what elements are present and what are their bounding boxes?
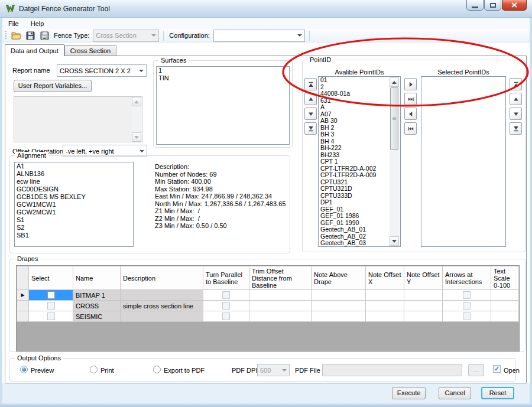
alignment-list-item[interactable]: GCW1MCW1 <box>15 201 133 209</box>
report-name-select[interactable]: CROSS SECTION 2 X 2 <box>57 64 147 77</box>
pointid-list-item[interactable]: Geotech_AB_01 <box>319 226 400 233</box>
row-selector-cell[interactable] <box>17 311 29 322</box>
column-header-trim-offset[interactable]: Trim Offset Distance from Baseline <box>249 266 312 290</box>
maximize-button[interactable] <box>484 0 501 11</box>
note-offset-y-cell[interactable] <box>404 301 443 311</box>
select-cell[interactable] <box>29 301 73 311</box>
alignment-list-item[interactable]: A1 <box>15 162 133 170</box>
pointid-list-item[interactable]: 01 <box>319 77 400 84</box>
alignment-list-item[interactable]: S2 <box>15 224 133 232</box>
pointid-list-item[interactable]: CPTU321D <box>319 185 400 193</box>
note-above-cell[interactable] <box>312 301 366 311</box>
selected-move-bottom-button[interactable] <box>510 122 522 135</box>
selected-move-top-button[interactable] <box>510 78 522 90</box>
pointid-list-item[interactable]: 44008-01a <box>319 90 400 97</box>
scroll-up-button[interactable] <box>390 77 399 87</box>
text-scale-cell[interactable] <box>491 311 519 322</box>
name-cell[interactable]: BITMAP 1 <box>73 290 121 301</box>
minimize-button[interactable] <box>466 0 484 11</box>
pointid-list-item[interactable]: Geotech_AB_03 <box>319 240 400 247</box>
preview-label[interactable]: Preview <box>31 367 54 374</box>
select-checkbox[interactable] <box>47 302 55 310</box>
pointid-list-item[interactable]: BH-222 <box>319 145 400 152</box>
column-header-note-x[interactable]: Note Offset X <box>366 266 404 290</box>
description-cell[interactable] <box>121 290 203 301</box>
configuration-select[interactable] <box>213 30 305 42</box>
trim-offset-cell[interactable] <box>249 301 312 311</box>
alignment-list-item[interactable]: GCW2MCW1 <box>15 209 133 216</box>
note-offset-y-cell[interactable] <box>404 290 443 301</box>
select-cell[interactable] <box>29 311 73 322</box>
note-offset-y-cell[interactable] <box>404 311 443 322</box>
note-offset-x-cell[interactable] <box>366 290 404 301</box>
trim-offset-cell[interactable] <box>249 311 312 322</box>
pointid-list-item[interactable]: AB 30 <box>319 118 400 125</box>
print-radio[interactable] <box>90 366 98 373</box>
pointid-list-item[interactable]: DP1 <box>319 199 400 206</box>
alignment-list-item[interactable]: SB1 <box>15 232 133 239</box>
pointid-list-item[interactable]: 631 <box>319 97 400 105</box>
description-cell[interactable] <box>121 311 203 322</box>
alignment-list-item[interactable]: ALNB136 <box>15 170 133 178</box>
available-move-top-button[interactable] <box>304 78 317 90</box>
cancel-button[interactable]: Cancel <box>439 387 471 399</box>
row-selector-cell[interactable] <box>17 301 29 311</box>
scroll-thumb[interactable] <box>390 87 398 150</box>
execute-button[interactable]: Execute <box>392 387 426 399</box>
trim-offset-cell[interactable] <box>249 290 312 301</box>
selected-move-up-button[interactable] <box>510 93 522 105</box>
save-fence-button[interactable] <box>38 30 50 41</box>
surface-list-item[interactable]: TIN <box>157 74 289 82</box>
user-report-variables-button[interactable]: User Report Variables... <box>14 80 92 92</box>
column-header-turn-parallel[interactable]: Turn Parallel to Baseline <box>203 266 249 290</box>
pointid-list-item[interactable]: CPT-LTFR2D-A-009 <box>319 172 400 179</box>
column-header-select[interactable]: Select <box>29 266 73 290</box>
move-all-left-button[interactable] <box>404 122 417 135</box>
pointid-list-item[interactable]: BH 3 <box>319 131 400 138</box>
surface-list-item[interactable]: 1 <box>157 67 289 74</box>
export-pdf-label[interactable]: Export to PDF <box>164 367 205 374</box>
alignment-list[interactable]: A1ALNB136ecw lineGC00DESIGNGCB1DES M5 BE… <box>14 162 134 247</box>
note-above-cell[interactable] <box>312 311 366 322</box>
column-header-arrows[interactable]: Arrows at Intersections <box>443 266 491 290</box>
available-list-scrollbar[interactable] <box>390 77 400 246</box>
reset-button[interactable]: Reset <box>481 387 514 399</box>
text-scale-cell[interactable] <box>491 290 519 301</box>
available-move-up-button[interactable] <box>304 93 317 105</box>
available-move-down-button[interactable] <box>304 108 317 120</box>
alignment-list-item[interactable]: ecw line <box>15 178 133 185</box>
move-right-button[interactable] <box>404 78 417 90</box>
note-offset-x-cell[interactable] <box>366 311 404 322</box>
move-all-right-button[interactable] <box>404 93 417 105</box>
column-header-description[interactable]: Description <box>121 266 203 290</box>
selected-pointids-list[interactable] <box>421 76 506 247</box>
close-button[interactable] <box>502 0 527 11</box>
menu-help[interactable]: Help <box>25 19 50 28</box>
column-header-note-above[interactable]: Note Above Drape <box>312 266 366 290</box>
preview-radio[interactable] <box>20 366 28 373</box>
text-scale-cell[interactable] <box>491 301 519 311</box>
description-cell[interactable]: simple cross section line <box>121 301 203 311</box>
save-button[interactable] <box>24 30 36 41</box>
select-checkbox[interactable] <box>47 291 55 299</box>
select-cell[interactable] <box>29 290 73 301</box>
scroll-down-button[interactable] <box>390 236 399 246</box>
tab-data-and-output[interactable]: Data and Output <box>5 44 64 56</box>
column-header-name[interactable]: Name <box>73 266 121 290</box>
column-header-note-y[interactable]: Note Offset Y <box>404 266 443 290</box>
pointid-list-item[interactable]: A <box>319 104 400 111</box>
menu-file[interactable]: File <box>2 19 25 28</box>
export-pdf-radio[interactable] <box>153 366 161 373</box>
pointid-list-item[interactable]: GEF_01 1986 <box>319 213 400 220</box>
available-move-bottom-button[interactable] <box>304 122 317 135</box>
move-left-button[interactable] <box>404 108 417 120</box>
surfaces-list[interactable]: 1TIN <box>156 66 290 145</box>
column-header-text-scale[interactable]: Text Scale 0-100 <box>491 266 519 290</box>
note-offset-x-cell[interactable] <box>366 301 404 311</box>
open-file-button[interactable] <box>10 30 22 41</box>
available-pointids-list[interactable]: 01244008-01a631AA07AB 30BH 2BH 3BH 4BH-2… <box>318 76 401 247</box>
name-cell[interactable]: CROSS <box>73 301 121 311</box>
print-label[interactable]: Print <box>100 367 114 374</box>
name-cell[interactable]: SEISMIC <box>73 311 121 322</box>
note-above-cell[interactable] <box>312 290 366 301</box>
